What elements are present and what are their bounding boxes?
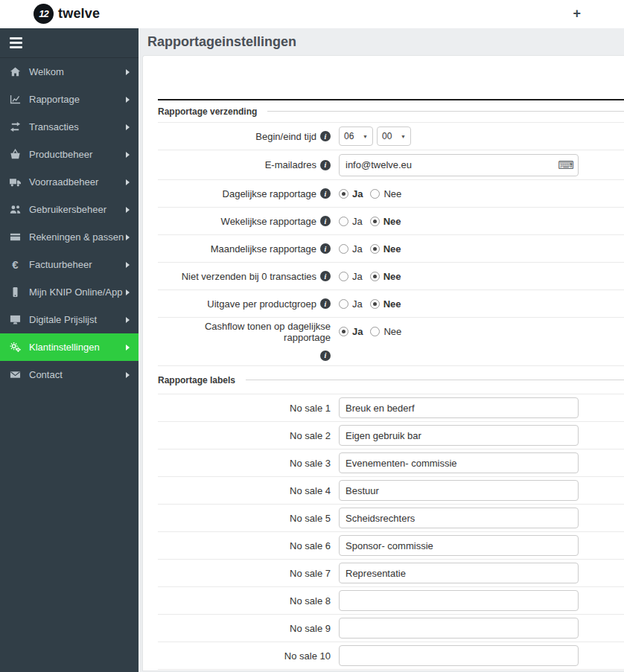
row-no-sale-4: No sale 4: [158, 477, 624, 505]
info-icon[interactable]: i: [320, 351, 331, 361]
no-sale-2-input[interactable]: [339, 425, 579, 446]
radio-ja[interactable]: [339, 217, 348, 226]
sidebar-item-label: Welkom: [29, 66, 64, 77]
radio-label-nee[interactable]: Nee: [383, 271, 401, 282]
chevron-right-icon: [126, 97, 130, 103]
field-label: No sale 8: [290, 595, 331, 607]
radio-label-ja[interactable]: Ja: [352, 326, 363, 337]
row-begin-eind-tijd: Begin/eind tijd i 06 ▼ 00 ▼: [158, 123, 624, 150]
sidebar-item-voorraadbeheer[interactable]: Voorraadbeheer: [0, 168, 139, 196]
settings-panel: Rapportage verzending Begin/eind tijd i …: [142, 55, 624, 671]
field-label: No sale 6: [290, 540, 331, 551]
envelope-icon: [9, 369, 22, 380]
sidebar-item-label: Contact: [29, 369, 63, 380]
hour-select[interactable]: 06 ▼: [339, 127, 373, 146]
sidebar-item-productbeheer[interactable]: Productbeheer: [0, 141, 139, 168]
sidebar-item-label: Rekeningen & passen: [29, 231, 124, 243]
info-icon[interactable]: i: [320, 160, 331, 170]
sidebar-item-transacties[interactable]: Transacties: [0, 113, 139, 141]
row-maandelijkse-rapportage: Maandelijkse rapportage i Ja Nee: [158, 235, 624, 263]
row-cashflow-tonen: Cashflow tonen op dagelijkse rapportage …: [158, 318, 624, 345]
euro-icon: €: [9, 259, 22, 270]
field-label: Wekelijkse rapportage: [221, 216, 316, 227]
radio-label-nee[interactable]: Nee: [383, 326, 401, 337]
hamburger-menu-icon[interactable]: [10, 37, 22, 48]
radio-nee[interactable]: [370, 299, 380, 309]
keyboard-icon[interactable]: ⌨: [558, 159, 574, 172]
row-no-sale-8: No sale 8: [158, 587, 624, 615]
chevron-right-icon: [126, 317, 130, 323]
radio-nee[interactable]: [370, 244, 380, 254]
field-label: Dagelijkse rapportage: [223, 188, 316, 199]
radio-label-ja[interactable]: Ja: [352, 243, 363, 255]
sidebar: Welkom Rapportage Transacties: [0, 28, 139, 672]
row-no-sale-3: No sale 3: [158, 449, 624, 477]
field-label: No sale 5: [290, 513, 331, 524]
info-icon[interactable]: i: [320, 243, 331, 254]
no-sale-9-input[interactable]: [339, 618, 579, 639]
info-icon[interactable]: i: [320, 216, 331, 226]
sidebar-item-label: Klantinstellingen: [29, 342, 100, 353]
sidebar-item-klantinstellingen[interactable]: Klantinstellingen: [0, 333, 139, 361]
chevron-right-icon: [126, 262, 130, 268]
sidebar-item-rekeningen-passen[interactable]: Rekeningen & passen: [0, 223, 139, 251]
radio-ja[interactable]: [339, 189, 348, 199]
sidebar-item-factuurbeheer[interactable]: € Factuurbeheer: [0, 251, 139, 278]
no-sale-1-input[interactable]: [339, 397, 579, 418]
email-input[interactable]: [339, 154, 579, 176]
twelve-logo[interactable]: 12 twelve: [34, 4, 100, 24]
radio-nee[interactable]: [370, 189, 380, 199]
radio-label-ja[interactable]: Ja: [352, 216, 363, 227]
minute-select[interactable]: 00 ▼: [377, 127, 411, 146]
row-no-sale-5: No sale 5: [158, 505, 624, 532]
main-content: Rapportageinstellingen Rapportage verzen…: [139, 28, 624, 672]
chevron-right-icon: [126, 179, 130, 185]
radio-nee[interactable]: [370, 217, 380, 226]
field-label: Begin/eind tijd: [255, 131, 316, 142]
no-sale-8-input[interactable]: [339, 590, 579, 611]
radio-label-ja[interactable]: Ja: [352, 298, 363, 310]
sidebar-item-welkom[interactable]: Welkom: [0, 58, 139, 86]
no-sale-7-input[interactable]: [339, 563, 579, 583]
no-sale-10-input[interactable]: [339, 645, 579, 666]
add-button[interactable]: +: [573, 4, 581, 22]
no-sale-6-input[interactable]: [339, 535, 579, 556]
field-label: No sale 9: [290, 623, 331, 634]
radio-ja[interactable]: [339, 244, 348, 254]
legend-divider: [246, 380, 624, 380]
chevron-down-icon: ▼: [363, 134, 368, 139]
radio-label-nee[interactable]: Nee: [383, 298, 401, 310]
no-sale-5-input[interactable]: [339, 508, 579, 528]
radio-label-nee[interactable]: Nee: [383, 243, 401, 255]
no-sale-3-input[interactable]: [339, 452, 579, 473]
no-sale-4-input[interactable]: [339, 480, 579, 501]
sidebar-item-digitale-prijslijst[interactable]: Digitale Prijslijst: [0, 306, 139, 333]
radio-ja[interactable]: [339, 327, 348, 336]
chevron-right-icon: [126, 372, 130, 378]
radio-ja[interactable]: [339, 299, 348, 309]
info-icon[interactable]: i: [320, 271, 331, 281]
chevron-right-icon: [126, 289, 130, 295]
chevron-right-icon: [126, 124, 130, 130]
radio-nee[interactable]: [370, 327, 380, 336]
radio-nee[interactable]: [370, 272, 380, 281]
radio-label-ja[interactable]: Ja: [352, 188, 363, 199]
radio-label-nee[interactable]: Nee: [383, 216, 401, 227]
exchange-icon: [9, 121, 22, 132]
sidebar-item-mijn-knip[interactable]: Mijn KNIP Online/App: [0, 278, 139, 306]
sidebar-item-contact[interactable]: Contact: [0, 361, 139, 388]
info-icon[interactable]: i: [320, 188, 331, 199]
info-icon[interactable]: i: [320, 298, 331, 309]
sidebar-nav: Welkom Rapportage Transacties: [0, 58, 139, 388]
sidebar-item-gebruikersbeheer[interactable]: Gebruikersbeheer: [0, 196, 139, 223]
radio-ja[interactable]: [339, 272, 348, 281]
chevron-right-icon: [126, 152, 130, 158]
twelve-logo-icon: 12: [34, 4, 54, 24]
app-window: 12 twelve + Welkom Rapportage: [0, 0, 624, 672]
radio-label-nee[interactable]: Nee: [383, 188, 401, 199]
sidebar-item-rapportage[interactable]: Rapportage: [0, 86, 139, 113]
row-no-sale-10: No sale 10: [158, 642, 624, 670]
radio-label-ja[interactable]: Ja: [352, 271, 363, 282]
info-icon[interactable]: i: [320, 131, 331, 141]
cogs-icon: [9, 342, 22, 353]
